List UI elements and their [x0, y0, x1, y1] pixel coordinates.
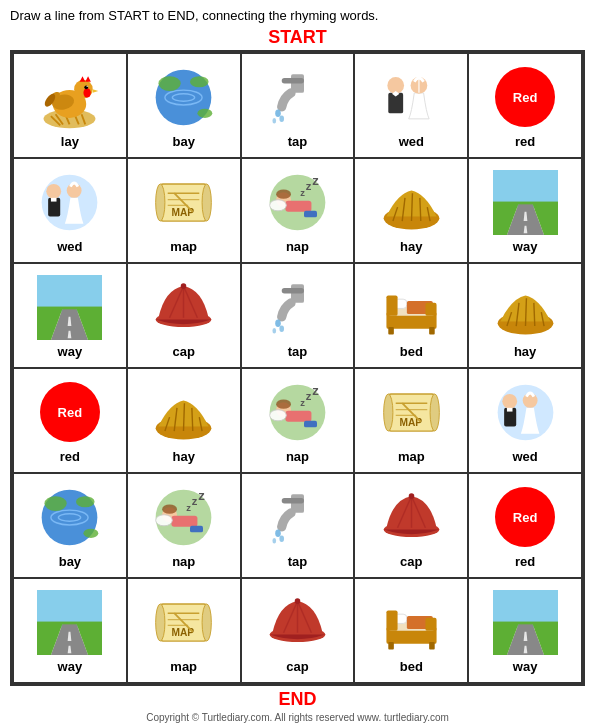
table-cell: way	[469, 159, 583, 264]
cell-image-bed	[376, 587, 446, 657]
svg-rect-35	[51, 197, 57, 201]
svg-rect-133	[172, 515, 198, 526]
cell-word: bed	[400, 344, 423, 359]
cell-word: wed	[57, 239, 82, 254]
svg-point-143	[272, 537, 276, 543]
svg-point-26	[272, 117, 276, 123]
table-cell: cap	[355, 474, 469, 579]
cell-word: cap	[286, 659, 308, 674]
cell-image-nap: z z z	[262, 377, 332, 447]
cell-image-red: Red	[35, 377, 105, 447]
svg-rect-72	[37, 306, 102, 309]
table-cell: tap	[242, 474, 356, 579]
svg-rect-88	[425, 302, 436, 315]
cell-image-road	[35, 272, 105, 342]
cell-image-cap	[149, 272, 219, 342]
svg-point-141	[275, 529, 281, 536]
svg-rect-47	[285, 200, 311, 211]
svg-rect-107	[304, 420, 317, 427]
cell-image-red: Red	[490, 482, 560, 552]
svg-rect-79	[282, 288, 304, 294]
svg-text:z: z	[306, 180, 312, 192]
svg-rect-59	[493, 170, 558, 207]
table-cell: way	[14, 264, 128, 369]
cell-image-map: MAP	[376, 377, 446, 447]
table-cell: tap	[242, 54, 356, 159]
cell-word: bay	[172, 134, 194, 149]
table-cell: bed	[355, 264, 469, 369]
svg-point-157	[156, 603, 165, 640]
copyright-text: Copyright © Turtlediary.com. All rights …	[0, 712, 595, 723]
table-cell: hay	[355, 159, 469, 264]
cell-word: cap	[172, 344, 194, 359]
svg-point-81	[279, 325, 284, 332]
svg-rect-122	[507, 407, 513, 411]
svg-rect-182	[493, 621, 558, 624]
cell-image-road	[35, 587, 105, 657]
table-cell: MAP map	[355, 369, 469, 474]
svg-point-20	[190, 76, 209, 87]
table-cell: cap	[242, 579, 356, 684]
cell-image-bay	[35, 482, 105, 552]
svg-rect-48	[304, 210, 317, 217]
svg-rect-140	[282, 498, 304, 504]
table-cell: tap	[242, 264, 356, 369]
svg-rect-174	[388, 642, 394, 649]
cell-word: hay	[514, 344, 536, 359]
cell-image-wed	[376, 62, 446, 132]
cell-image-hay	[149, 377, 219, 447]
svg-text:z: z	[312, 172, 319, 187]
end-label: END	[0, 689, 595, 710]
table-cell: z z z nap	[242, 369, 356, 474]
svg-point-39	[202, 183, 211, 220]
table-cell: bay	[128, 54, 242, 159]
cell-word: tap	[288, 344, 308, 359]
cell-word: red	[515, 134, 535, 149]
table-cell: wed	[469, 369, 583, 474]
cell-image-hen	[35, 62, 105, 132]
cell-word: red	[515, 554, 535, 569]
table-cell: wed	[14, 159, 128, 264]
svg-rect-134	[190, 525, 203, 532]
table-cell: Redred	[469, 474, 583, 579]
svg-rect-172	[386, 610, 397, 630]
cell-word: tap	[288, 134, 308, 149]
svg-point-24	[275, 109, 281, 116]
cell-word: map	[170, 239, 197, 254]
cell-image-bay	[149, 62, 219, 132]
svg-point-105	[276, 399, 291, 408]
svg-text:z: z	[312, 382, 319, 397]
table-cell: Redred	[469, 54, 583, 159]
table-cell: way	[14, 579, 128, 684]
cell-image-map: MAP	[149, 587, 219, 657]
instruction-text: Draw a line from START to END, connectin…	[0, 0, 595, 27]
cell-word: map	[170, 659, 197, 674]
svg-line-100	[184, 403, 185, 431]
svg-text:z: z	[192, 495, 198, 507]
cell-word: way	[513, 659, 538, 674]
svg-point-21	[198, 108, 213, 117]
svg-marker-12	[93, 89, 99, 93]
svg-point-132	[162, 504, 177, 513]
svg-rect-106	[285, 410, 311, 421]
cell-word: nap	[286, 449, 309, 464]
cell-image-nap: z z z	[149, 482, 219, 552]
cell-word: way	[58, 659, 83, 674]
cell-word: nap	[172, 554, 195, 569]
table-cell: bed	[355, 579, 469, 684]
table-cell: z z z nap	[128, 474, 242, 579]
svg-text:z: z	[186, 503, 191, 513]
svg-text:z: z	[199, 487, 206, 502]
svg-point-123	[522, 393, 537, 408]
cell-image-hay	[490, 272, 560, 342]
start-label: START	[0, 27, 595, 48]
cell-image-map: MAP	[149, 167, 219, 237]
svg-rect-23	[282, 78, 304, 84]
cell-word: hay	[172, 449, 194, 464]
table-cell: MAP map	[128, 159, 242, 264]
table-cell: cap	[128, 264, 242, 369]
cell-word: bed	[400, 659, 423, 674]
table-cell: Redred	[14, 369, 128, 474]
cell-image-cap	[376, 482, 446, 552]
grid-container: lay bay tap	[10, 50, 585, 686]
